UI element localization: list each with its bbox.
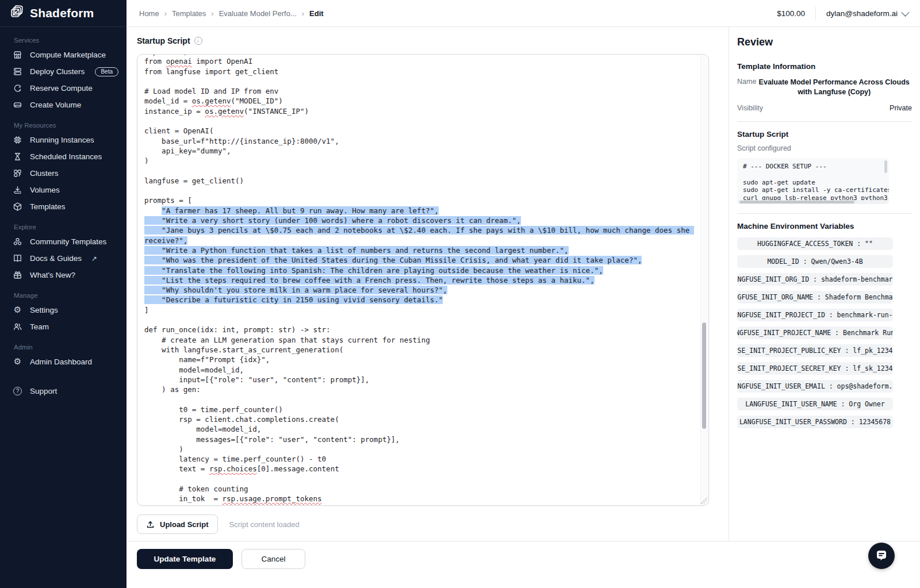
env-var-pill-langfuse_init_project_secret_key: LANGFUSE_INIT_PROJECT_SECRET_KEY : lf_sk… xyxy=(737,362,893,375)
sidebar-item-label: What's New? xyxy=(30,271,75,279)
sidebar-item-label: Deploy Clusters xyxy=(30,67,85,76)
env-var-pill-langfuse_init_org_id: LANGFUSE_INIT_ORG_ID : shadeform-benchma… xyxy=(737,273,893,286)
chat-support-button[interactable] xyxy=(868,543,895,569)
community-icon xyxy=(13,237,22,247)
selected-code-text: "A farmer has 17 sheep. All but 9 run aw… xyxy=(144,206,694,305)
page-title: Startup Script i xyxy=(137,36,202,45)
divider xyxy=(737,121,912,122)
account-menu[interactable]: dylan@shadeform.ai xyxy=(826,9,907,18)
sidebar-item-docs-guides[interactable]: Docs & Guides↗ xyxy=(0,250,126,267)
code-text: ] def run_once(idx: int, prompt: str) ->… xyxy=(144,306,430,474)
upload-icon xyxy=(146,520,155,529)
breadcrumb: Home›Templates›Evaluate Model Perfo...›E… xyxy=(139,9,324,18)
beta-badge: Beta xyxy=(95,67,118,76)
cube-icon xyxy=(13,202,22,212)
drive-icon xyxy=(13,100,22,110)
cluster-icon xyxy=(13,168,22,178)
brand-header[interactable]: Shadeform xyxy=(0,0,126,27)
sidebar-item-label: Templates xyxy=(30,202,66,211)
sidebar-item-scheduled-instances[interactable]: Scheduled Instances xyxy=(0,148,126,165)
sidebar-item-compute-marketplace[interactable]: Compute Marketplace xyxy=(0,47,126,63)
external-link-icon: ↗ xyxy=(91,255,97,263)
sidebar-item-team[interactable]: Team xyxy=(0,318,126,335)
sidebar-nav: ServicesCompute MarketplaceDeploy Cluste… xyxy=(0,27,126,370)
env-var-pill-langfuse_init_project_public_key: LANGFUSE_INIT_PROJECT_PUBLIC_KEY : lf_pk… xyxy=(737,344,893,357)
sidebar-item-community-templates[interactable]: Community Templates xyxy=(0,233,126,250)
env-var-pill-langfuse_init_org_name: LANGFUSE_INIT_ORG_NAME : Shadeform Bench… xyxy=(737,291,893,303)
sidebar-item-running-instances[interactable]: Running Instances xyxy=(0,132,126,148)
gift-icon xyxy=(13,270,22,280)
visibility-row: Visibility Private xyxy=(737,104,912,112)
footer-bar: Update Template Cancel xyxy=(126,541,920,588)
sidebar-item-clusters[interactable]: Clusters xyxy=(0,165,126,182)
template-name-value: Evaluate Model Performance Across Clouds… xyxy=(756,78,912,97)
preview-hscrollbar-track[interactable] xyxy=(737,200,889,204)
chat-bubble-icon xyxy=(875,549,888,563)
upload-status-text: Script content loaded xyxy=(229,520,300,529)
spellcheck-flagged-text: os.getenv xyxy=(205,107,244,116)
breadcrumb-item-templates[interactable]: Templates xyxy=(172,9,206,18)
sidebar-item-templates[interactable]: Templates xyxy=(0,198,126,215)
topbar: Home›Templates›Evaluate Model Perfo...›E… xyxy=(126,0,920,27)
sidebar-item-volumes[interactable]: Volumes xyxy=(0,182,126,198)
template-name-label: Name xyxy=(737,78,756,86)
editor-scrollbar-track[interactable] xyxy=(700,55,708,505)
cpu-icon xyxy=(13,135,22,145)
account-email: dylan@shadeform.ai xyxy=(826,9,898,18)
sidebar-item-reserve-compute[interactable]: Reserve Compute xyxy=(0,80,126,97)
upload-script-button[interactable]: Upload Script xyxy=(137,514,218,534)
brand-name: Shadeform xyxy=(30,6,94,20)
startup-script-heading: Startup Script xyxy=(737,130,912,139)
sidebar-section-admin: Admin xyxy=(14,344,113,351)
sidebar-item-what-s-new[interactable]: What's New? xyxy=(0,267,126,283)
page-title-text: Startup Script xyxy=(137,36,190,45)
script-preview-code: # --- DOCKER SETUP --- sudo apt-get upda… xyxy=(737,158,889,204)
sidebar-item-admin-dashboard[interactable]: ⚙Admin Dashboard xyxy=(0,353,126,370)
sidebar-section-my-resources: My Resources xyxy=(14,122,113,129)
visibility-label: Visibility xyxy=(737,104,763,112)
main-content: Startup Script i import os, time from op… xyxy=(126,27,729,541)
sidebar-section-explore: Explore xyxy=(14,224,113,230)
sidebar-section-manage: Manage xyxy=(14,292,113,299)
sidebar-item-label: Create Volume xyxy=(30,101,81,109)
spellcheck-flagged-text: rsp.usage.prompt_tokens xyxy=(222,494,321,503)
info-icon[interactable]: i xyxy=(194,37,202,45)
upload-script-label: Upload Script xyxy=(160,520,209,529)
reserve-icon xyxy=(13,83,22,93)
account-balance[interactable]: $100.00 xyxy=(777,9,805,18)
script-configured-status: Script configured xyxy=(737,144,912,152)
breadcrumb-separator: › xyxy=(211,9,213,18)
sidebar-item-create-volume[interactable]: Create Volume xyxy=(0,97,126,113)
breadcrumb-item-home[interactable]: Home xyxy=(139,9,159,18)
template-info-heading: Template Information xyxy=(737,62,912,71)
env-var-pill-langfuse_init_user_email: LANGFUSE_INIT_USER_EMAIL : ops@shadeform… xyxy=(737,380,893,393)
visibility-value: Private xyxy=(890,104,912,112)
chevron-down-icon xyxy=(901,9,909,17)
script-preview-box[interactable]: # --- DOCKER SETUP --- sudo apt-get upda… xyxy=(737,158,889,204)
sidebar-item-support[interactable]: ? Support xyxy=(0,383,126,399)
cancel-button[interactable]: Cancel xyxy=(241,549,305,569)
update-template-button[interactable]: Update Template xyxy=(137,549,233,569)
breadcrumb-separator: › xyxy=(164,9,167,18)
editor-resize-handle[interactable] xyxy=(700,497,707,504)
sidebar-item-label: Community Templates xyxy=(30,237,106,246)
sidebar-item-settings[interactable]: ⚙Settings xyxy=(0,302,126,318)
sidebar: Shadeform ServicesCompute MarketplaceDep… xyxy=(0,0,126,588)
preview-hscrollbar-thumb[interactable] xyxy=(739,201,854,203)
sidebar-item-label: Reserve Compute xyxy=(30,84,93,93)
breadcrumb-item-evaluate-model-perfo[interactable]: Evaluate Model Perfo... xyxy=(219,9,297,18)
env-var-pill-langfuse_init_project_id: LANGFUSE_INIT_PROJECT_ID : benchmark-run… xyxy=(737,309,893,321)
sidebar-item-deploy-clusters[interactable]: Deploy ClustersBeta xyxy=(0,63,126,80)
env-vars-heading: Machine Environment Variables xyxy=(737,222,912,230)
startup-script-code: import os, time from openai import OpenA… xyxy=(137,54,699,504)
sidebar-item-label: Settings xyxy=(30,306,58,314)
env-var-pill-langfuse_init_user_name: LANGFUSE_INIT_USER_NAME : Org Owner xyxy=(737,398,893,410)
editor-scrollbar-thumb[interactable] xyxy=(702,322,706,429)
review-panel: Review Template Information Name Evaluat… xyxy=(729,27,920,541)
sidebar-item-label: Scheduled Instances xyxy=(30,152,102,161)
template-name-row: Name Evaluate Model Performance Across C… xyxy=(737,78,912,97)
preview-vscrollbar-thumb[interactable] xyxy=(884,160,887,173)
startup-script-editor[interactable]: import os, time from openai import OpenA… xyxy=(137,54,709,506)
question-circle-icon: ? xyxy=(13,386,22,396)
env-var-pill-huggingface_access_token: HUGGINGFACE_ACCESS_TOKEN : "" xyxy=(737,237,893,250)
